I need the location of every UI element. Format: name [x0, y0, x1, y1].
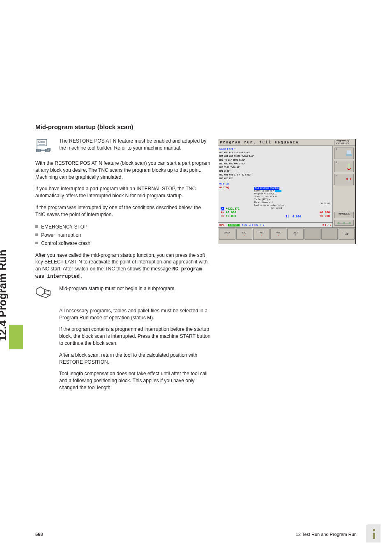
elapsed-time: 0:00:00: [321, 203, 330, 205]
machine-note: The RESTORE POS AT N feature must be ena…: [35, 138, 212, 154]
softkey-page-up[interactable]: PAGE⇑: [253, 229, 270, 240]
m-button[interactable]: M: [334, 148, 354, 159]
t-button[interactable]: T: [334, 174, 354, 185]
side-tab: 12.4 Program Run: [9, 119, 23, 341]
status-bar: NOML. @:MAN(0) T 20 Z S 100 F 0 M 5 / 9: [218, 222, 332, 227]
info-text-3: If the program contains a programmed int…: [59, 326, 212, 346]
s-button[interactable]: S: [334, 161, 354, 172]
paragraph-3: If the program was interrupted by one of…: [35, 204, 212, 218]
svg-rect-6: [45, 149, 49, 152]
svg-rect-18: [373, 533, 375, 539]
info-corner-icon: [366, 524, 380, 542]
list-item: Power interruption: [35, 231, 212, 239]
hand-note-icon: [35, 294, 52, 301]
softkey-end[interactable]: END⇓: [236, 229, 253, 240]
program-listing: %3803_1 G71 * N10 G30 G17 X+0 Y+0 Z-40* …: [218, 146, 332, 192]
softkey-empty: [304, 229, 321, 240]
softkey-empty: [321, 229, 338, 240]
page-footer: 568 12 Test Run and Program Run: [35, 532, 357, 537]
machine-note-text: The RESTORE POS AT N feature must be ena…: [59, 138, 212, 154]
softkey-end2[interactable]: END: [339, 229, 355, 240]
softkey-bar: BEGIN⇑ END⇓ PAGE⇑ PAGE⇓ LAST→□← END: [218, 227, 355, 240]
info-text-2: All necessary programs, tables and palle…: [59, 307, 212, 321]
chapter-label: 12 Test Run and Program Run: [296, 532, 357, 537]
midprogram-dialog: Mid-program startup Start-up at: N = Pro…: [254, 187, 316, 210]
svg-point-13: [343, 222, 345, 224]
svg-rect-11: [348, 177, 350, 182]
section-label: 12.4 Program Run: [0, 249, 9, 341]
list-item: EMERGENCY STOP: [35, 223, 212, 231]
info-text-4: After a block scan, return the tool to t…: [59, 352, 212, 366]
right-button-bar: M S T DIAGNOSIS: [332, 146, 355, 227]
spindle-value: S1 0.000: [286, 215, 301, 218]
axis-coords: X +422.272 +a +0.000 +C +0.000: [221, 207, 240, 218]
right-coords: +0.000 +0.000: [320, 211, 330, 218]
scr-title-text: Program run, full sequence: [220, 141, 299, 145]
interrupt-conditions-list: EMERGENCY STOP Power interruption Contro…: [35, 223, 212, 247]
tnc-screenshot: Program run, full sequence Programming a…: [218, 139, 356, 244]
diagnosis-button[interactable]: DIAGNOSIS: [334, 212, 354, 218]
scr-mode-text: Programming and editing: [334, 140, 354, 145]
network-button[interactable]: [334, 220, 354, 226]
info-text-1: Mid-program startup must not begin in a …: [59, 285, 212, 302]
svg-rect-1: [39, 141, 40, 143]
green-thumb-marker: [9, 325, 23, 349]
svg-rect-7: [346, 154, 352, 156]
svg-rect-8: [347, 150, 351, 154]
info-note: Mid-program startup must not begin in a …: [35, 285, 212, 302]
softkey-page-down[interactable]: PAGE⇓: [270, 229, 287, 240]
info-text-5: Tool length compensation does not take e…: [59, 370, 212, 391]
list-item: Control software crash: [35, 240, 212, 247]
machine-manual-icon: [35, 147, 52, 154]
paragraph-4: After you have called the mid-program st…: [35, 252, 212, 280]
svg-point-12: [337, 222, 339, 224]
heading: Mid-program startup (block scan): [35, 123, 212, 130]
svg-rect-9: [348, 164, 350, 168]
softkey-last[interactable]: LAST→□←: [287, 229, 304, 240]
paragraph-2: If you have interrupted a part program w…: [35, 185, 212, 199]
svg-point-14: [349, 222, 351, 224]
paragraph-1: With the RESTORE POS AT N feature (block…: [35, 160, 212, 180]
page-number: 568: [35, 532, 43, 537]
svg-point-17: [373, 529, 375, 531]
softkey-begin[interactable]: BEGIN⇑: [219, 229, 235, 240]
